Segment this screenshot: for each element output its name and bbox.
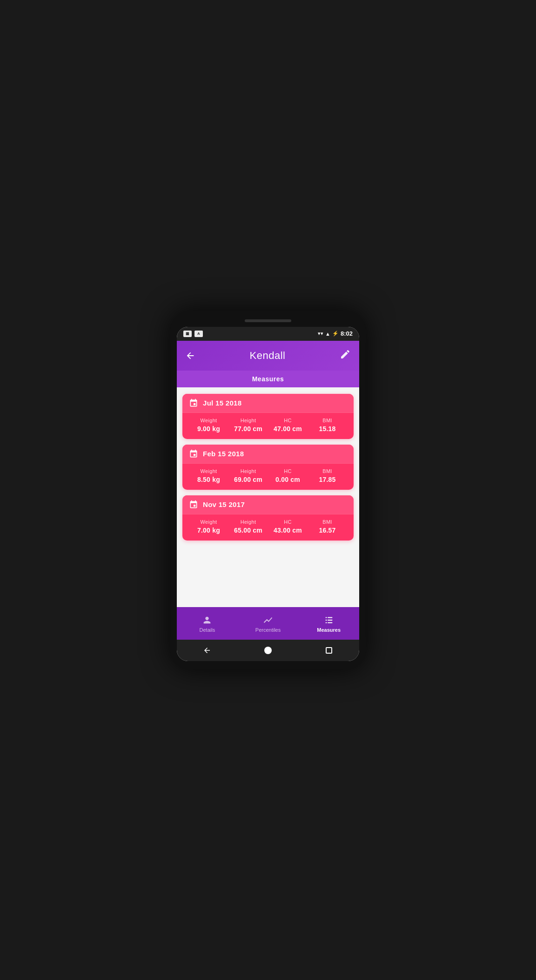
height-label-1: Height	[241, 418, 256, 423]
sub-header-label: Measures	[252, 375, 284, 383]
system-recents-button[interactable]	[322, 645, 336, 656]
bmi-item-3: BMI 16.57	[308, 519, 347, 534]
hc-label-1: HC	[284, 418, 292, 423]
sim-icon: ▦	[183, 331, 192, 337]
hc-item-2: HC 0.00 cm	[268, 468, 308, 483]
wifi-icon: ▾▾	[318, 331, 323, 337]
device-frame: ▦ A ▾▾ ▲ ⚡ 8:02 Kendall	[170, 311, 366, 669]
height-label-3: Height	[241, 519, 256, 525]
height-value-3: 65.00 cm	[234, 527, 262, 534]
measure-card-3[interactable]: Nov 15 2017 Weight 7.00 kg Height 65.00 …	[182, 495, 354, 541]
page-title: Kendall	[250, 350, 286, 362]
card-header-3: Nov 15 2017	[182, 495, 354, 514]
weight-item-1: Weight 9.00 kg	[189, 418, 228, 433]
bmi-value-3: 16.57	[319, 527, 335, 534]
status-time: 8:02	[341, 330, 353, 337]
card-body-2: Weight 8.50 kg Height 69.00 cm HC 0.00 c…	[182, 463, 354, 490]
metrics-row-2: Weight 8.50 kg Height 69.00 cm HC 0.00 c…	[189, 468, 347, 483]
height-item-2: Height 69.00 cm	[228, 468, 268, 483]
calendar-icon-1	[189, 399, 198, 408]
weight-value-2: 8.50 kg	[197, 476, 220, 483]
signal-icon: ▲	[325, 331, 330, 337]
main-content: Jul 15 2018 Weight 9.00 kg Height 77.00 …	[177, 387, 359, 607]
nav-label-details: Details	[200, 627, 215, 633]
device-notch	[245, 319, 291, 322]
metrics-row-1: Weight 9.00 kg Height 77.00 cm HC 47.00 …	[189, 418, 347, 433]
height-item-3: Height 65.00 cm	[228, 519, 268, 534]
bmi-label-2: BMI	[322, 468, 332, 474]
weight-label-1: Weight	[201, 418, 217, 423]
svg-rect-2	[325, 620, 327, 621]
app-header: Kendall	[177, 341, 359, 371]
chart-icon	[263, 615, 273, 625]
card-header-1: Jul 15 2018	[182, 394, 354, 412]
nav-item-percentiles[interactable]: Percentiles	[238, 615, 299, 633]
system-nav	[177, 640, 359, 661]
bmi-value-1: 15.18	[319, 425, 335, 433]
bmi-value-2: 17.85	[319, 476, 335, 483]
nav-item-measures[interactable]: Measures	[298, 615, 359, 633]
system-back-button[interactable]	[200, 645, 214, 656]
edit-button[interactable]	[340, 349, 351, 362]
card-date-1: Jul 15 2018	[203, 399, 241, 407]
sub-header: Measures	[177, 371, 359, 387]
bmi-item-2: BMI 17.85	[308, 468, 347, 483]
svg-rect-1	[328, 617, 332, 618]
weight-item-2: Weight 8.50 kg	[189, 468, 228, 483]
height-label-2: Height	[241, 468, 256, 474]
person-icon	[202, 615, 212, 625]
card-body-3: Weight 7.00 kg Height 65.00 cm HC 43.00 …	[182, 514, 354, 541]
status-right: ▾▾ ▲ ⚡ 8:02	[318, 330, 353, 337]
weight-label-3: Weight	[201, 519, 217, 525]
status-left: ▦ A	[183, 331, 203, 337]
system-home-button[interactable]	[261, 645, 275, 656]
weight-label-2: Weight	[201, 468, 217, 474]
hc-value-3: 43.00 cm	[274, 527, 302, 534]
screen: ▦ A ▾▾ ▲ ⚡ 8:02 Kendall	[177, 327, 359, 661]
card-date-2: Feb 15 2018	[203, 450, 244, 458]
measure-card-1[interactable]: Jul 15 2018 Weight 9.00 kg Height 77.00 …	[182, 394, 354, 439]
svg-rect-0	[325, 617, 327, 618]
svg-rect-5	[328, 622, 332, 623]
height-value-1: 77.00 cm	[234, 425, 262, 433]
hc-label-2: HC	[284, 468, 292, 474]
battery-icon: ⚡	[332, 331, 339, 337]
hc-label-3: HC	[284, 519, 292, 525]
back-button[interactable]	[185, 351, 195, 361]
weight-value-3: 7.00 kg	[197, 527, 220, 534]
calendar-icon-2	[189, 449, 198, 459]
nav-label-measures: Measures	[317, 627, 341, 633]
card-body-1: Weight 9.00 kg Height 77.00 cm HC 47.00 …	[182, 412, 354, 439]
bmi-item-1: BMI 15.18	[308, 418, 347, 433]
bmi-label-3: BMI	[322, 519, 332, 525]
nav-item-details[interactable]: Details	[177, 615, 238, 633]
bottom-nav: Details Percentiles Measures	[177, 607, 359, 640]
svg-rect-4	[325, 622, 327, 623]
card-date-3: Nov 15 2017	[203, 500, 245, 508]
height-value-2: 69.00 cm	[234, 476, 262, 483]
bmi-label-1: BMI	[322, 418, 332, 423]
list-icon	[324, 615, 334, 625]
height-item-1: Height 77.00 cm	[228, 418, 268, 433]
hc-value-1: 47.00 cm	[274, 425, 302, 433]
hc-item-1: HC 47.00 cm	[268, 418, 308, 433]
metrics-row-3: Weight 7.00 kg Height 65.00 cm HC 43.00 …	[189, 519, 347, 534]
measure-card-2[interactable]: Feb 15 2018 Weight 8.50 kg Height 69.00 …	[182, 445, 354, 490]
weight-value-1: 9.00 kg	[197, 425, 220, 433]
nav-label-percentiles: Percentiles	[255, 627, 281, 633]
a-icon: A	[194, 331, 203, 337]
status-bar: ▦ A ▾▾ ▲ ⚡ 8:02	[177, 327, 359, 341]
svg-rect-3	[328, 620, 332, 621]
hc-item-3: HC 43.00 cm	[268, 519, 308, 534]
card-header-2: Feb 15 2018	[182, 445, 354, 463]
calendar-icon-3	[189, 500, 198, 509]
weight-item-3: Weight 7.00 kg	[189, 519, 228, 534]
hc-value-2: 0.00 cm	[275, 476, 300, 483]
